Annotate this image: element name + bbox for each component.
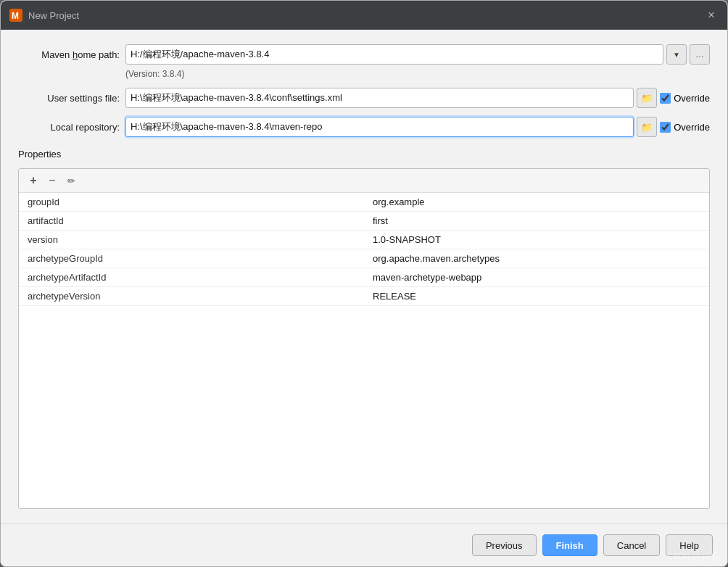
help-label: Help [679, 540, 699, 551]
cancel-label: Cancel [617, 540, 646, 551]
property-key: archetypeGroupId [19, 249, 364, 268]
local-repo-override-group: Override [660, 122, 710, 133]
new-project-dialog: M New Project × Maven home path: ▼ … (Ve… [0, 0, 728, 567]
previous-label: Previous [486, 540, 523, 551]
user-settings-row: User settings file: Override [18, 88, 710, 108]
table-row[interactable]: version 1.0-SNAPSHOT [19, 231, 709, 249]
property-key: archetypeArtifactId [19, 268, 364, 287]
dialog-content: Maven home path: ▼ … (Version: 3.8.4) Us… [1, 30, 727, 523]
property-key: version [19, 231, 364, 249]
title-bar: M New Project × [1, 1, 727, 30]
properties-table: groupId org.example artifactId first ver… [19, 193, 709, 508]
previous-button[interactable]: Previous [472, 534, 537, 556]
maven-home-browse-button[interactable]: … [690, 44, 710, 65]
property-value: RELEASE [364, 287, 709, 306]
user-settings-label: User settings file: [18, 93, 120, 104]
properties-section-title: Properties [18, 149, 710, 160]
local-repo-label: Local repository: [18, 122, 120, 133]
remove-property-button[interactable] [44, 172, 61, 189]
local-repo-override-label: Override [674, 122, 710, 133]
local-repo-override-checkbox[interactable] [660, 122, 671, 133]
property-key: artifactId [19, 212, 364, 231]
property-value: 1.0-SNAPSHOT [364, 231, 709, 249]
table-row[interactable]: archetypeArtifactId maven-archetype-weba… [19, 268, 709, 287]
user-settings-input[interactable] [125, 88, 634, 108]
table-row[interactable]: groupId org.example [19, 193, 709, 212]
maven-version-text: (Version: 3.8.4) [125, 69, 710, 79]
app-icon: M [9, 9, 22, 22]
table-row[interactable]: archetypeGroupId org.apache.maven.archet… [19, 249, 709, 268]
maven-home-input-group: ▼ … [125, 44, 710, 65]
property-value: org.example [364, 193, 709, 212]
folder-icon [641, 93, 653, 104]
folder-icon [641, 122, 653, 133]
pencil-icon [67, 175, 75, 186]
local-repo-row: Local repository: Override [18, 117, 710, 137]
property-value: first [364, 212, 709, 231]
local-repo-input-group: Override [125, 117, 710, 137]
properties-panel: groupId org.example artifactId first ver… [18, 168, 710, 509]
properties-toolbar [19, 169, 709, 193]
property-value: maven-archetype-webapp [364, 268, 709, 287]
add-property-button[interactable] [25, 172, 42, 189]
user-settings-input-group: Override [125, 88, 710, 108]
maven-home-dropdown-button[interactable]: ▼ [666, 44, 687, 65]
user-settings-override-label: Override [674, 93, 710, 104]
minus-icon [49, 174, 55, 187]
property-key: groupId [19, 193, 364, 212]
finish-label: Finish [556, 540, 584, 551]
table-row[interactable]: artifactId first [19, 212, 709, 231]
table-row[interactable]: archetypeVersion RELEASE [19, 287, 709, 306]
dialog-footer: Previous Finish Cancel Help [1, 523, 727, 566]
user-settings-override-group: Override [660, 93, 710, 104]
maven-home-row: Maven home path: ▼ … [18, 44, 710, 65]
local-repo-browse-button[interactable] [637, 117, 657, 137]
edit-property-button[interactable] [62, 172, 80, 189]
maven-home-input[interactable] [125, 44, 663, 65]
local-repo-input[interactable] [125, 117, 634, 137]
plus-icon [30, 174, 36, 187]
dialog-title: New Project [28, 10, 698, 21]
property-value: org.apache.maven.archetypes [364, 249, 709, 268]
property-key: archetypeVersion [19, 287, 364, 306]
svg-text:M: M [12, 11, 19, 21]
user-settings-browse-button[interactable] [637, 88, 657, 108]
finish-button[interactable]: Finish [542, 534, 597, 556]
help-button[interactable]: Help [666, 534, 713, 556]
user-settings-override-checkbox[interactable] [660, 93, 671, 104]
close-button[interactable]: × [704, 8, 719, 22]
cancel-button[interactable]: Cancel [603, 534, 660, 556]
maven-home-label: Maven home path: [18, 49, 120, 60]
